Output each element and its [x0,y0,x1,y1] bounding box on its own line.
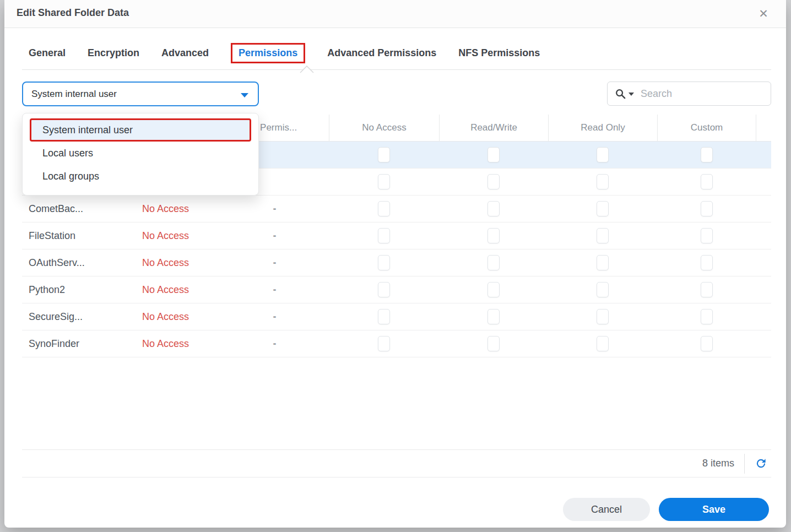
menu-item-system-internal-user[interactable]: System internal user [30,118,251,142]
no-access-checkbox[interactable] [378,255,390,270]
chevron-down-icon [241,93,248,97]
row-preview: No Access [132,196,220,222]
edit-shared-folder-dialog: Edit Shared Folder Data ✕ GeneralEncrypt… [4,0,786,528]
read-only-checkbox[interactable] [597,228,609,243]
no-access-checkbox[interactable] [378,174,390,189]
search-icon [615,88,626,100]
row-group-permissions: - [220,303,329,330]
custom-checkbox[interactable] [701,309,713,324]
dialog-titlebar: Edit Shared Folder Data ✕ [4,0,786,28]
header-custom[interactable]: Custom [657,115,756,141]
close-icon[interactable]: ✕ [755,5,772,21]
tab-divider-line [22,69,771,70]
row-name: OAuthServ... [22,249,132,276]
custom-checkbox[interactable] [701,336,713,351]
read-write-checkbox[interactable] [487,174,500,189]
custom-checkbox[interactable] [701,147,713,162]
table-row[interactable]: SynoFinder No Access - [22,330,771,357]
no-access-checkbox[interactable] [378,147,390,162]
custom-checkbox[interactable] [701,255,713,270]
row-group-permissions: - [220,276,329,303]
items-count: 8 items [702,458,734,469]
row-preview: No Access [132,330,220,357]
row-preview: No Access [132,249,220,276]
custom-checkbox[interactable] [701,174,713,189]
search-input[interactable] [640,88,757,100]
refresh-icon [755,457,767,470]
row-name: FileStation [22,222,132,249]
no-access-checkbox[interactable] [378,309,390,324]
tab-nfs-permissions[interactable]: NFS Permissions [458,47,540,59]
read-write-checkbox[interactable] [487,201,500,216]
table-row[interactable]: SecureSig... No Access - [22,303,771,330]
footer-status-row: 8 items [22,450,771,477]
menu-item-local-users[interactable]: Local users [30,142,251,165]
no-access-checkbox[interactable] [378,336,390,351]
read-write-checkbox[interactable] [487,147,500,162]
header-read-write[interactable]: Read/Write [439,115,548,141]
read-only-checkbox[interactable] [597,201,609,216]
table-row[interactable]: FileStation No Access - [22,222,771,249]
read-write-checkbox[interactable] [487,309,500,324]
header-read-only[interactable]: Read Only [548,115,657,141]
row-name: SynoFinder [22,330,132,357]
read-only-checkbox[interactable] [597,336,609,351]
cancel-button[interactable]: Cancel [563,498,650,521]
user-type-select[interactable]: System internal user [22,82,259,106]
user-type-select-value: System internal user [23,89,117,100]
row-preview: No Access [132,303,220,330]
annotation-box-permissions-tab: Permissions [231,43,305,63]
tab-advanced[interactable]: Advanced [161,47,209,59]
row-group-permissions: - [220,222,329,249]
row-preview: No Access [132,276,220,303]
read-write-checkbox[interactable] [487,336,500,351]
row-name: Python2 [22,276,132,303]
menu-item-local-groups[interactable]: Local groups [30,165,251,188]
tab-general[interactable]: General [29,47,66,59]
read-only-checkbox[interactable] [597,174,609,189]
tab-advanced-permissions[interactable]: Advanced Permissions [327,47,436,59]
header-no-access[interactable]: No Access [329,115,439,141]
no-access-checkbox[interactable] [378,201,390,216]
tab-encryption[interactable]: Encryption [88,47,139,59]
read-write-checkbox[interactable] [487,255,500,270]
row-name: CometBac... [22,196,132,222]
custom-checkbox[interactable] [701,228,713,243]
table-row[interactable]: OAuthServ... No Access - [22,249,771,276]
row-group-permissions: - [220,249,329,276]
read-only-checkbox[interactable] [597,282,609,297]
active-tab-notch [300,66,314,73]
save-button[interactable]: Save [659,498,769,521]
tab-permissions[interactable]: Permissions [239,47,297,58]
custom-checkbox[interactable] [701,282,713,297]
dialog-title: Edit Shared Folder Data [17,7,129,19]
table-row[interactable]: CometBac... No Access - [22,196,771,222]
row-group-permissions: - [220,330,329,357]
no-access-checkbox[interactable] [378,228,390,243]
no-access-checkbox[interactable] [378,282,390,297]
table-row[interactable]: Python2 No Access - [22,276,771,303]
footer-vertical-divider [744,454,745,474]
row-name: SecureSig... [22,303,132,330]
read-write-checkbox[interactable] [487,228,500,243]
refresh-button[interactable] [754,457,768,471]
read-write-checkbox[interactable] [487,282,500,297]
footer-bottom-divider [22,477,771,477]
custom-checkbox[interactable] [701,201,713,216]
read-only-checkbox[interactable] [597,309,609,324]
search-box[interactable] [607,82,771,106]
user-type-dropdown-menu: System internal userLocal usersLocal gro… [22,113,259,196]
row-group-permissions: - [220,196,329,222]
row-preview: No Access [132,222,220,249]
tab-bar: GeneralEncryptionAdvancedPermissionsAdva… [29,43,540,63]
search-options-caret-icon[interactable] [629,93,634,96]
header-filler [756,115,771,141]
read-only-checkbox[interactable] [597,255,609,270]
read-only-checkbox[interactable] [597,147,609,162]
